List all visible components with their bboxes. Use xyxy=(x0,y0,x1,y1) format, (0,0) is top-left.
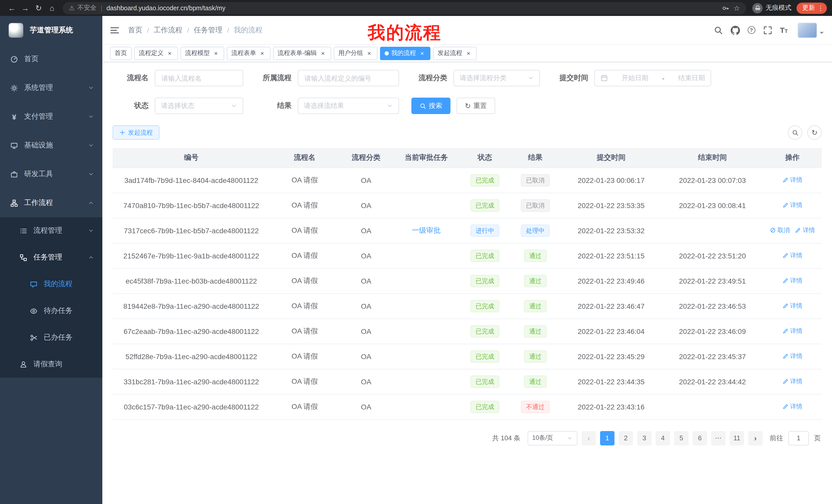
next-page-button[interactable]: › xyxy=(748,431,762,445)
chevron-down-icon xyxy=(527,75,534,81)
col-end-time: 结束时间 xyxy=(662,148,763,167)
sidebar-item-leave-query[interactable]: 请假查询 xyxy=(0,351,102,377)
filter-row-2: 状态 请选择状态 结果 请选择流结果 xyxy=(113,97,822,114)
sidebar-item-my-process[interactable]: 我的流程 xyxy=(0,271,102,298)
detail-link[interactable]: 详情 xyxy=(782,327,802,335)
cell-submit-time: 2022-01-22 23:49:46 xyxy=(561,268,662,293)
page-button-3[interactable]: 3 xyxy=(637,431,651,445)
tab-my-process[interactable]: 我的流程 × xyxy=(380,47,431,60)
detail-link[interactable]: 详情 xyxy=(782,377,802,386)
help-icon[interactable]: ? xyxy=(747,26,755,34)
user-avatar[interactable] xyxy=(798,22,824,38)
close-icon[interactable]: × xyxy=(465,50,472,57)
page-button-6[interactable]: 6 xyxy=(693,431,707,445)
detail-link[interactable]: 详情 xyxy=(782,402,802,411)
page-size-select[interactable]: 10条/页 xyxy=(527,431,577,445)
page-button-4[interactable]: 4 xyxy=(656,431,670,445)
process-definition-input[interactable] xyxy=(298,70,399,86)
close-icon[interactable]: × xyxy=(419,50,426,57)
reload-button[interactable]: ↻ xyxy=(32,1,45,15)
result-select[interactable]: 请选择流结果 xyxy=(298,97,399,114)
close-icon[interactable]: × xyxy=(166,50,173,57)
detail-link[interactable]: 详情 xyxy=(782,201,802,209)
tab-user-group[interactable]: 用户分组 × xyxy=(334,47,378,60)
sidebar-item-infrastructure[interactable]: 基础设施 xyxy=(0,131,102,160)
status-select[interactable]: 请选择状态 xyxy=(155,97,243,114)
edit-icon xyxy=(782,328,788,334)
hamburger-icon[interactable] xyxy=(109,25,120,35)
page-ellipsis[interactable]: ⋯ xyxy=(711,431,726,445)
cell-status: 已完成 xyxy=(460,193,510,218)
search-icon[interactable] xyxy=(713,25,723,35)
detail-link[interactable]: 详情 xyxy=(782,352,802,361)
result-tag: 处理中 xyxy=(521,224,550,236)
security-chip[interactable]: ⚠ 不安全 xyxy=(69,4,97,12)
detail-link[interactable]: 详情 xyxy=(782,251,802,260)
font-size-icon[interactable]: TT xyxy=(780,26,788,34)
sidebar-item-home[interactable]: 首页 xyxy=(0,45,102,74)
refresh-table-button[interactable]: ↻ xyxy=(807,125,822,140)
sidebar-item-system-management[interactable]: 系统管理 xyxy=(0,74,102,102)
page-button-2[interactable]: 2 xyxy=(619,431,633,445)
close-icon[interactable]: × xyxy=(259,50,266,57)
forward-button[interactable]: → xyxy=(19,1,32,15)
sidebar-item-workflow[interactable]: 工作流程 xyxy=(0,189,102,217)
page-button-5[interactable]: 5 xyxy=(674,431,688,445)
sidebar-item-todo-tasks[interactable]: 待办任务 xyxy=(0,298,102,324)
tab-start-process[interactable]: 发起流程 × xyxy=(433,47,477,60)
sidebar-menu: 首页 系统管理 ¥ 支付管理 基础设施 xyxy=(0,45,102,377)
cell-process-name: OA 请假 xyxy=(270,167,339,193)
goto-page-input[interactable] xyxy=(788,431,809,445)
chevron-down-icon xyxy=(88,85,94,91)
tab-process-form-edit[interactable]: 流程表单-编辑 × xyxy=(273,47,331,60)
detail-link[interactable]: 详情 xyxy=(782,176,802,185)
sidebar-item-payment-management[interactable]: ¥ 支付管理 xyxy=(0,102,102,131)
cell-end-time xyxy=(662,394,763,419)
bookmark-star-icon[interactable]: ☆ xyxy=(733,4,740,12)
key-icon[interactable] xyxy=(722,4,729,11)
browser-menu-kebab-icon[interactable]: ⋮ xyxy=(816,4,825,12)
sidebar-item-task-management[interactable]: 任务管理 xyxy=(0,244,102,271)
detail-link[interactable]: 详情 xyxy=(782,302,802,310)
table-row: 331bc281-7b9a-11ec-a290-acde48001122 OA … xyxy=(113,369,822,394)
tab-home[interactable]: 首页 xyxy=(110,47,132,60)
breadcrumb-home[interactable]: 首页 xyxy=(128,25,142,35)
cell-end-time: 2022-01-22 23:49:51 xyxy=(662,268,763,293)
breadcrumb-separator: / xyxy=(187,26,189,34)
close-icon[interactable]: × xyxy=(319,50,327,57)
tab-process-form[interactable]: 流程表单 × xyxy=(227,47,270,60)
sidebar-item-dev-tools[interactable]: 研发工具 xyxy=(0,160,102,189)
submit-time-range-picker[interactable]: 开始日期 - 结束日期 xyxy=(594,70,711,86)
cell-status: 已完成 xyxy=(460,369,510,394)
process-name-input[interactable] xyxy=(155,70,243,86)
fullscreen-icon[interactable] xyxy=(763,25,772,35)
home-button[interactable]: ⌂ xyxy=(45,1,59,15)
start-date-placeholder: 开始日期 xyxy=(622,74,648,83)
current-task-link[interactable]: 一级审批 xyxy=(412,226,441,234)
prev-page-button[interactable]: ‹ xyxy=(581,431,596,445)
tab-process-definition[interactable]: 流程定义 × xyxy=(134,47,178,60)
toggle-search-button[interactable] xyxy=(788,125,802,140)
address-bar[interactable]: ⚠ 不安全 | dashboard.yudao.iocoder.cn/bpm/t… xyxy=(63,2,746,14)
cancel-link[interactable]: 取消 xyxy=(770,226,790,235)
reset-button[interactable]: ↻ 重置 xyxy=(457,97,495,114)
detail-link[interactable]: 详情 xyxy=(782,276,802,285)
start-process-button[interactable]: 发起流程 xyxy=(113,125,159,140)
tab-process-model[interactable]: 流程模型 × xyxy=(181,47,224,60)
process-category-select[interactable]: 请选择流程分类 xyxy=(453,70,540,86)
sidebar-item-process-management[interactable]: 流程管理 xyxy=(0,217,102,244)
status-tag: 已完成 xyxy=(470,174,499,186)
process-table: 编号 流程名 流程分类 当前审批任务 状态 结果 提交时间 结束时间 操作 3a… xyxy=(113,148,822,419)
app-logo[interactable]: 芋道管理系统 xyxy=(0,16,102,45)
close-icon[interactable]: × xyxy=(212,50,219,57)
page-button-11[interactable]: 11 xyxy=(730,431,744,445)
github-icon[interactable] xyxy=(730,25,740,35)
page-button-1[interactable]: 1 xyxy=(600,431,615,445)
update-button[interactable]: 更新 ⋮ xyxy=(797,2,827,13)
sidebar-item-done-tasks[interactable]: 已办任务 xyxy=(0,324,102,351)
detail-link[interactable]: 详情 xyxy=(795,226,815,235)
close-icon[interactable]: × xyxy=(366,50,373,57)
cell-process-name: OA 请假 xyxy=(270,318,339,344)
search-button[interactable]: 搜索 xyxy=(411,97,450,114)
back-button[interactable]: ← xyxy=(5,1,19,15)
